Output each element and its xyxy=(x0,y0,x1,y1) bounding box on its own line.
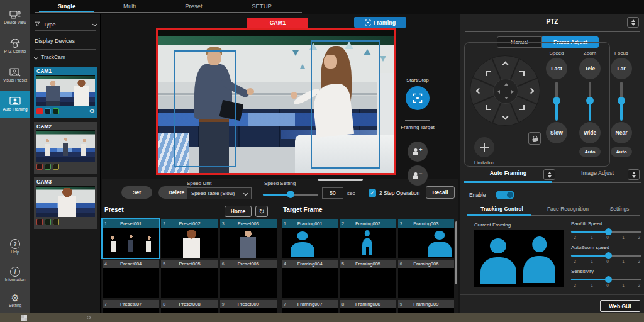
type-filter[interactable]: Type xyxy=(35,18,96,31)
focus-far-button[interactable]: Far xyxy=(611,58,632,79)
recall-button[interactable]: Recall xyxy=(426,186,455,199)
target-frame-section-title: Target Frame xyxy=(283,206,323,213)
target-frame-item[interactable]: 4 Framing004 xyxy=(282,260,338,298)
tick-label: -2 xyxy=(572,235,576,240)
rail-item-help[interactable]: ? Help xyxy=(0,233,30,260)
pan-tilt-lock-button[interactable] xyxy=(528,132,541,145)
zoom-wide-button[interactable]: Wide xyxy=(579,122,601,143)
image-adjust-collapse-button[interactable] xyxy=(628,169,640,180)
target-frame-item[interactable]: 3 Framing003 xyxy=(398,219,454,258)
preset-item[interactable]: 3 Preset003 xyxy=(220,219,277,258)
horizontal-scrollbar[interactable] xyxy=(318,179,363,181)
preset-item[interactable]: 6 Preset006 xyxy=(220,260,277,298)
target-frame-item[interactable]: 1 Framing001 xyxy=(282,219,338,258)
tab-face-recognition[interactable]: Face Recognition xyxy=(540,206,596,212)
enable-toggle[interactable] xyxy=(496,191,514,199)
add-framing-target-button[interactable]: + xyxy=(408,142,428,162)
image-adjust-section-title[interactable]: Image Adjust xyxy=(566,170,629,176)
target-frame-thumbnail xyxy=(398,268,454,298)
arrow-right-icon[interactable] xyxy=(528,88,535,94)
start-stop-button[interactable] xyxy=(406,86,430,110)
tab-multi[interactable]: Multi xyxy=(101,0,158,12)
ptz-panel-collapse-button[interactable] xyxy=(627,17,639,28)
windows-start-icon[interactable] xyxy=(21,315,27,321)
autozoom-speed-slider[interactable] xyxy=(571,252,641,258)
pan-tilt-dpad[interactable] xyxy=(470,55,540,126)
speed-fast-button[interactable]: Fast xyxy=(546,58,567,79)
preset-grid: 1 Preset001 2 Preset002 3 Preset003 xyxy=(103,219,277,322)
zoom-slider[interactable] xyxy=(589,82,591,121)
camera-settings-gear-icon[interactable]: ⚙ xyxy=(89,108,95,114)
slider-thumb[interactable] xyxy=(618,97,625,104)
target-frame-item[interactable]: 2 Framing002 xyxy=(340,219,396,258)
slider-thumb[interactable] xyxy=(586,97,594,104)
speed-slider[interactable] xyxy=(555,82,558,121)
tab-setup[interactable]: SETUP xyxy=(230,0,293,12)
preset-item[interactable]: 4 Preset004 xyxy=(103,260,159,298)
focus-near-button[interactable]: Near xyxy=(611,122,632,143)
refresh-button[interactable]: ↻ xyxy=(255,206,268,217)
arrow-left-icon[interactable] xyxy=(476,88,482,94)
tab-tracking-control[interactable]: Tracking Control xyxy=(469,206,535,212)
auto-framing-section-title[interactable]: Auto Framing xyxy=(473,170,543,176)
status-square-red xyxy=(36,108,43,114)
person-silhouette-icon xyxy=(480,238,516,284)
os-taskbar[interactable] xyxy=(0,313,644,322)
speed-unit-select[interactable]: Speed Table (Slow) xyxy=(187,187,252,199)
slider-thumb[interactable] xyxy=(605,276,612,283)
preset-item[interactable]: 1 Preset001 xyxy=(103,219,159,258)
tab-preset[interactable]: Preset xyxy=(165,0,223,12)
zoom-auto-button[interactable]: Auto xyxy=(579,147,601,157)
slider-thumb[interactable] xyxy=(553,97,560,104)
auto-framing-collapse-button[interactable] xyxy=(543,169,555,180)
target-frame-number: 4 xyxy=(284,262,286,266)
rail-item-ptz-control[interactable]: PTZ Control xyxy=(0,33,30,60)
preset-thumbnail xyxy=(103,268,159,298)
live-video-preview[interactable] xyxy=(156,28,396,175)
web-gui-button[interactable]: Web GUI xyxy=(600,300,640,312)
remove-framing-target-button[interactable]: − xyxy=(408,165,428,186)
tab-settings[interactable]: Settings xyxy=(601,206,638,212)
rail-item-device-view[interactable]: Device View xyxy=(0,4,30,31)
target-frame-grid: 1 Framing001 2 Framing002 xyxy=(282,219,454,322)
camera-card-cam2[interactable]: CAM2 xyxy=(34,122,97,174)
tick-label: 1 xyxy=(622,235,625,240)
framing-mode-button[interactable]: Framing xyxy=(354,17,406,28)
rail-item-auto-framing[interactable]: Auto Framing xyxy=(0,91,30,118)
preset-item[interactable]: 2 Preset002 xyxy=(161,219,218,258)
dpad-center-hub[interactable] xyxy=(493,79,518,104)
arrow-down-icon[interactable] xyxy=(502,114,509,120)
slider-thumb[interactable] xyxy=(605,228,612,235)
arrow-down-left-icon[interactable] xyxy=(486,105,491,110)
focus-auto-button[interactable]: Auto xyxy=(611,147,632,157)
trackcam-group-toggle[interactable]: TrackCam xyxy=(35,54,65,60)
camera-card-cam3[interactable]: CAM3 xyxy=(34,177,97,229)
limitation-button[interactable] xyxy=(474,137,494,157)
left-icon-rail: Device View PTZ Control Visual Preset Au… xyxy=(0,0,30,322)
speed-value-box[interactable]: 50 xyxy=(322,187,343,199)
sensitivity-slider[interactable] xyxy=(571,276,641,282)
pantilt-speed-slider[interactable] xyxy=(571,228,641,235)
focus-slider[interactable] xyxy=(620,82,623,121)
target-frame-item[interactable]: 5 Framing005 xyxy=(340,260,396,298)
target-frame-item[interactable]: 6 Framing006 xyxy=(398,260,454,298)
preset-item[interactable]: 5 Preset005 xyxy=(161,260,218,298)
arrow-up-right-icon[interactable] xyxy=(519,71,525,76)
camera-name: CAM2 xyxy=(34,122,97,130)
arrow-down-right-icon[interactable] xyxy=(519,105,525,110)
home-button[interactable]: Home xyxy=(225,206,252,217)
rail-item-visual-preset[interactable]: Visual Preset xyxy=(0,62,30,89)
slider-thumb[interactable] xyxy=(287,191,294,198)
camera-card-cam1[interactable]: CAM1 ⚙ xyxy=(34,67,97,118)
rail-item-setting[interactable]: ⚙ Setting xyxy=(0,287,30,314)
two-step-checkbox[interactable]: ✓ xyxy=(369,189,376,197)
rail-item-information[interactable]: i Information xyxy=(0,260,30,288)
arrow-up-left-icon[interactable] xyxy=(486,71,491,76)
zoom-tele-button[interactable]: Tele xyxy=(579,58,601,79)
arrow-up-icon[interactable] xyxy=(502,62,509,68)
slider-thumb[interactable] xyxy=(605,252,612,259)
set-button[interactable]: Set xyxy=(121,186,152,199)
vertical-scrollbar[interactable] xyxy=(455,221,457,284)
speed-setting-slider[interactable] xyxy=(263,191,318,198)
speed-slow-button[interactable]: Slow xyxy=(546,122,567,143)
